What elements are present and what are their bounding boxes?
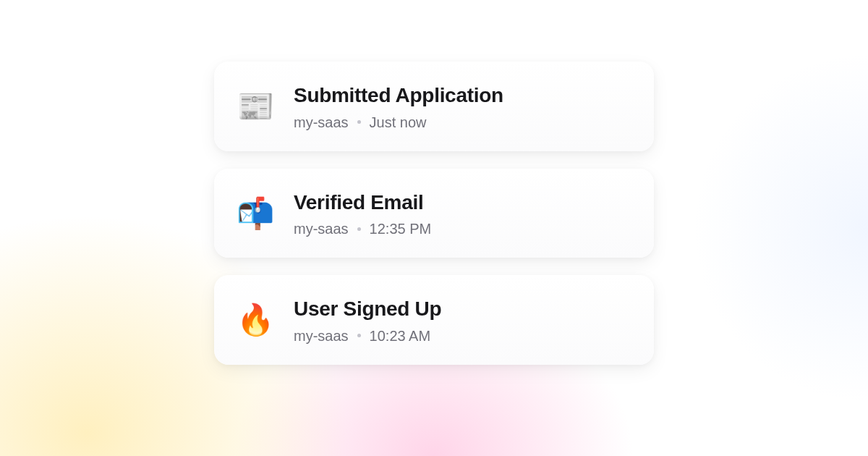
fire-icon: 🔥 (237, 302, 273, 338)
event-title: Submitted Application (294, 83, 503, 108)
event-meta: my-saas 10:23 AM (294, 329, 441, 343)
event-card[interactable]: 📰 Submitted Application my-saas Just now (214, 62, 654, 151)
event-body: Submitted Application my-saas Just now (294, 83, 503, 130)
event-time: 10:23 AM (370, 329, 431, 343)
mailbox-icon: 📬 (237, 195, 273, 231)
event-feed: 📰 Submitted Application my-saas Just now… (214, 62, 654, 365)
event-time: 12:35 PM (370, 221, 432, 236)
event-body: Verified Email my-saas 12:35 PM (294, 190, 431, 237)
event-project: my-saas (294, 115, 349, 130)
event-title: Verified Email (294, 190, 431, 215)
separator-dot (357, 334, 361, 337)
event-project: my-saas (294, 221, 349, 236)
event-project: my-saas (294, 329, 349, 343)
event-title: User Signed Up (294, 297, 441, 321)
event-card[interactable]: 🔥 User Signed Up my-saas 10:23 AM (214, 275, 654, 365)
separator-dot (357, 227, 361, 231)
event-body: User Signed Up my-saas 10:23 AM (294, 297, 441, 343)
separator-dot (357, 120, 361, 124)
event-meta: my-saas 12:35 PM (294, 221, 431, 236)
event-meta: my-saas Just now (294, 115, 503, 130)
event-card[interactable]: 📬 Verified Email my-saas 12:35 PM (214, 169, 654, 258)
newspaper-icon: 📰 (237, 88, 273, 124)
event-time: Just now (370, 115, 427, 130)
